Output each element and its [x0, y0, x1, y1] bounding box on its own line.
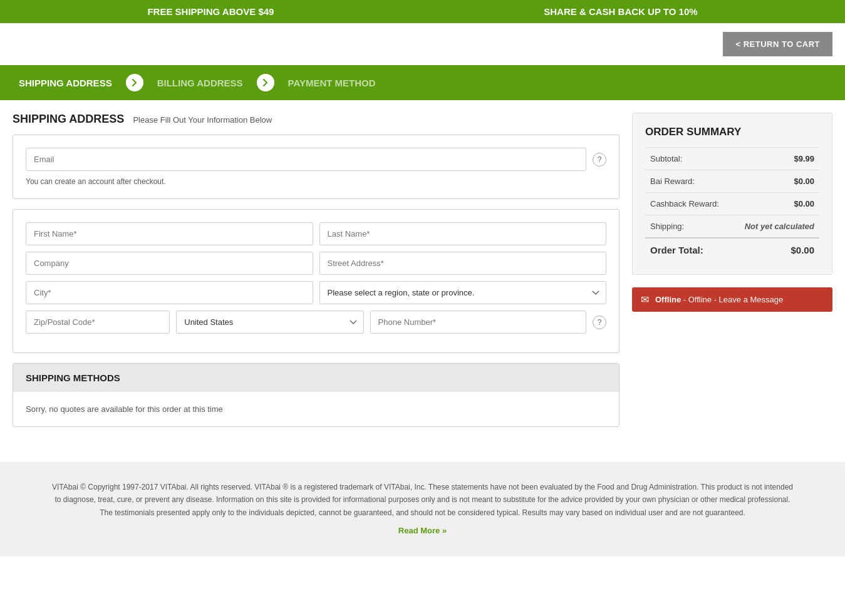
step-payment-label: PAYMENT METHOD: [288, 78, 376, 88]
step-billing-label: BILLING ADDRESS: [157, 78, 243, 88]
summary-row-shipping: Shipping: Not yet calculated: [645, 215, 819, 239]
first-name-input[interactable]: [26, 222, 313, 245]
read-more-link[interactable]: Read More »: [398, 524, 447, 538]
step-shipping-address[interactable]: SHIPPING ADDRESS: [13, 78, 118, 88]
subtotal-label: Subtotal:: [645, 148, 732, 170]
shipping-methods-box: SHIPPING METHODS Sorry, no quotes are av…: [13, 363, 619, 427]
order-summary-box: ORDER SUMMARY Subtotal: $9.99 Bai Reward…: [632, 113, 832, 275]
summary-row-subtotal: Subtotal: $9.99: [645, 148, 819, 170]
shipping-address-subtitle: Please Fill Out Your Information Below: [133, 115, 272, 125]
offline-chat-label: Offline - Offline - Leave a Message: [655, 295, 783, 304]
bai-reward-label: Bai Reward:: [645, 170, 732, 193]
top-banner: FREE SHIPPING ABOVE $49 SHARE & CASH BAC…: [0, 0, 845, 23]
order-summary-title: ORDER SUMMARY: [645, 126, 819, 138]
section-header: SHIPPING ADDRESS Please Fill Out Your In…: [13, 113, 619, 126]
name-row: [26, 222, 606, 245]
city-input[interactable]: [26, 281, 313, 304]
country-select[interactable]: United States Canada United Kingdom Aust…: [176, 311, 363, 334]
zip-country-phone-row: United States Canada United Kingdom Aust…: [26, 311, 606, 334]
cashback-label: Cashback Reward:: [645, 193, 732, 215]
email-input[interactable]: [26, 148, 586, 171]
bai-reward-value: $0.00: [732, 170, 819, 193]
step-payment-method[interactable]: PAYMENT METHOD: [282, 78, 382, 88]
order-total-value: $0.00: [732, 238, 819, 262]
right-panel: ORDER SUMMARY Subtotal: $9.99 Bai Reward…: [632, 113, 832, 437]
offline-chat-widget[interactable]: ✉ Offline - Offline - Leave a Message: [632, 287, 832, 312]
banner-left: FREE SHIPPING ABOVE $49: [147, 6, 274, 17]
step-billing-address[interactable]: BILLING ADDRESS: [151, 78, 249, 88]
footer-text: VITAbai © Copyright 1997-2017 VITAbai. A…: [50, 481, 795, 519]
shipping-value: Not yet calculated: [732, 215, 819, 239]
address-form-box: Please select a region, state or provinc…: [13, 209, 619, 353]
phone-input[interactable]: [370, 311, 586, 334]
last-name-input[interactable]: [319, 222, 607, 245]
zip-input[interactable]: [26, 311, 170, 334]
step-shipping-label: SHIPPING ADDRESS: [19, 78, 112, 88]
step-arrow-2: [257, 74, 274, 91]
account-note: You can create an account after checkout…: [26, 177, 606, 186]
envelope-icon: ✉: [641, 294, 649, 305]
region-select[interactable]: Please select a region, state or provinc…: [319, 281, 607, 304]
email-row: ?: [26, 148, 606, 171]
subtotal-value: $9.99: [732, 148, 819, 170]
company-input[interactable]: [26, 252, 313, 275]
company-street-row: [26, 252, 606, 275]
step-nav: SHIPPING ADDRESS BILLING ADDRESS PAYMENT…: [0, 65, 845, 100]
step-arrow-1: [126, 74, 143, 91]
phone-help-icon[interactable]: ?: [593, 316, 606, 329]
shipping-methods-title: SHIPPING METHODS: [13, 364, 619, 392]
cashback-value: $0.00: [732, 193, 819, 215]
header-area: < RETURN TO CART: [0, 23, 845, 65]
shipping-label: Shipping:: [645, 215, 732, 239]
summary-table: Subtotal: $9.99 Bai Reward: $0.00 Cashba…: [645, 147, 819, 262]
email-box: ? You can create an account after checko…: [13, 135, 619, 199]
email-help-icon[interactable]: ?: [593, 153, 606, 167]
summary-row-order-total: Order Total: $0.00: [645, 238, 819, 262]
footer: VITAbai © Copyright 1997-2017 VITAbai. A…: [0, 462, 845, 557]
city-region-row: Please select a region, state or provinc…: [26, 281, 606, 304]
summary-row-cashback: Cashback Reward: $0.00: [645, 193, 819, 215]
left-panel: SHIPPING ADDRESS Please Fill Out Your In…: [13, 113, 619, 437]
shipping-address-title: SHIPPING ADDRESS: [13, 113, 124, 126]
street-input[interactable]: [319, 252, 607, 275]
summary-row-bai-reward: Bai Reward: $0.00: [645, 170, 819, 193]
order-total-label: Order Total:: [645, 238, 732, 262]
banner-right: SHARE & CASH BACK UP TO 10%: [544, 6, 697, 17]
shipping-methods-message: Sorry, no quotes are available for this …: [13, 392, 619, 426]
return-to-cart-button[interactable]: < RETURN TO CART: [723, 32, 832, 56]
main-content: SHIPPING ADDRESS Please Fill Out Your In…: [0, 100, 845, 449]
